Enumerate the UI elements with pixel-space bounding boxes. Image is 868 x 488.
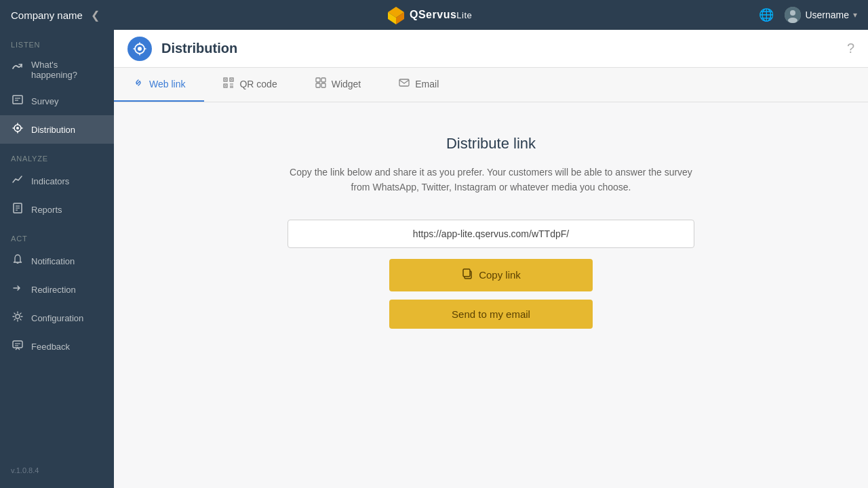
topnav-left: Company name ❮ xyxy=(11,9,100,22)
page-header-left: Distribution xyxy=(127,37,237,61)
survey-icon xyxy=(11,94,24,108)
main-layout: Listen What's happening? Survey Distribu… xyxy=(0,30,868,488)
sidebar-section-act: Act xyxy=(0,224,114,247)
distribute-title: Distribute link xyxy=(446,135,536,152)
svg-rect-36 xyxy=(321,78,326,82)
sidebar-item-survey[interactable]: Survey xyxy=(0,87,114,115)
indicators-icon xyxy=(11,174,24,188)
sidebar-label-feedback: Feedback xyxy=(31,342,70,352)
copy-link-label: Copy link xyxy=(479,269,521,281)
send-to-email-label: Send to my email xyxy=(452,308,530,320)
logo-text: QServusLite xyxy=(410,9,472,21)
username-label: Username xyxy=(805,9,849,20)
sidebar-item-distribution[interactable]: Distribution xyxy=(0,115,114,144)
svg-rect-39 xyxy=(399,79,409,86)
sidebar-item-feedback[interactable]: Feedback xyxy=(0,332,114,361)
svg-rect-41 xyxy=(463,269,470,277)
language-button[interactable]: 🌐 xyxy=(759,7,774,22)
page-title: Distribution xyxy=(161,41,237,56)
sidebar-item-reports[interactable]: Reports xyxy=(0,195,114,224)
redirection-icon xyxy=(11,282,24,297)
topnav-logo: QServusLite xyxy=(387,5,472,24)
send-to-email-button[interactable]: Send to my email xyxy=(389,300,593,329)
sidebar-item-configuration[interactable]: Configuration xyxy=(0,304,114,332)
page-header-icon xyxy=(127,37,152,61)
svg-rect-37 xyxy=(316,83,320,87)
svg-point-20 xyxy=(138,47,142,51)
svg-rect-31 xyxy=(225,85,226,87)
distribution-icon xyxy=(11,122,24,137)
copy-icon xyxy=(461,268,473,283)
svg-rect-38 xyxy=(321,83,326,87)
link-url-input[interactable] xyxy=(288,220,694,248)
company-name: Company name xyxy=(11,9,83,21)
sidebar-label-reports: Reports xyxy=(31,205,62,215)
feedback-icon xyxy=(11,339,24,354)
sidebar-label-redirection: Redirection xyxy=(31,285,76,295)
svg-point-5 xyxy=(788,18,797,23)
tab-qr-code-label: QR code xyxy=(239,79,277,89)
topnav-right: 🌐 Username ▾ xyxy=(759,7,857,23)
help-button[interactable]: ? xyxy=(847,41,854,56)
tabs-bar: Web link QR code Widget Email xyxy=(114,68,868,102)
email-tab-icon xyxy=(399,77,410,91)
main-area: Distribute link Copy the link below and … xyxy=(114,102,868,488)
qr-code-tab-icon xyxy=(223,77,234,91)
topnav: Company name ❮ QServusLite 🌐 Username ▾ xyxy=(0,0,868,30)
svg-point-15 xyxy=(16,314,20,319)
configuration-icon xyxy=(11,310,24,325)
widget-tab-icon xyxy=(315,77,326,91)
svg-point-10 xyxy=(16,127,19,129)
sidebar-section-analyze: Analyze xyxy=(0,144,114,167)
web-link-tab-icon xyxy=(133,77,144,91)
link-input-wrapper xyxy=(288,220,694,248)
sidebar-label-notification: Notification xyxy=(31,256,75,266)
sidebar-item-notification[interactable]: Notification xyxy=(0,247,114,275)
sidebar-label-whats-happening: What's happening? xyxy=(31,60,103,80)
collapse-sidebar-button[interactable]: ❮ xyxy=(91,9,100,22)
whats-happening-icon xyxy=(11,62,24,77)
sidebar-label-configuration: Configuration xyxy=(31,313,83,323)
tab-web-link-label: Web link xyxy=(149,79,185,89)
sidebar-item-whats-happening[interactable]: What's happening? xyxy=(0,53,114,87)
tab-widget-label: Widget xyxy=(332,79,361,89)
sidebar-section-listen: Listen xyxy=(0,30,114,53)
sidebar-item-indicators[interactable]: Indicators xyxy=(0,167,114,195)
qservus-logo-icon xyxy=(387,5,406,24)
copy-link-button[interactable]: Copy link xyxy=(389,259,593,291)
tab-web-link[interactable]: Web link xyxy=(114,68,204,102)
svg-line-25 xyxy=(137,81,140,84)
tab-email[interactable]: Email xyxy=(380,68,458,102)
sidebar: Listen What's happening? Survey Distribu… xyxy=(0,30,114,488)
tab-email-label: Email xyxy=(415,79,439,89)
tab-widget[interactable]: Widget xyxy=(296,68,380,102)
notification-icon xyxy=(11,253,24,268)
svg-rect-29 xyxy=(225,79,226,81)
reports-icon xyxy=(11,202,24,217)
tab-qr-code[interactable]: QR code xyxy=(204,68,296,102)
svg-rect-6 xyxy=(13,96,22,104)
svg-rect-30 xyxy=(231,79,233,81)
version-label: v.1.0.8.4 xyxy=(0,458,114,483)
user-chevron-icon: ▾ xyxy=(853,10,857,20)
user-menu[interactable]: Username ▾ xyxy=(785,7,857,23)
user-avatar xyxy=(785,7,801,23)
sidebar-label-survey: Survey xyxy=(31,96,58,106)
sidebar-item-redirection[interactable]: Redirection xyxy=(0,275,114,304)
svg-rect-16 xyxy=(13,341,22,348)
distribute-description: Copy the link below and share it as you … xyxy=(288,165,694,195)
sidebar-label-distribution: Distribution xyxy=(31,125,75,135)
sidebar-label-indicators: Indicators xyxy=(31,176,69,186)
svg-rect-35 xyxy=(316,78,320,82)
page-header: Distribution ? xyxy=(114,30,868,68)
svg-point-4 xyxy=(790,10,795,16)
page-content: Distribution ? Web link QR code xyxy=(114,30,868,488)
